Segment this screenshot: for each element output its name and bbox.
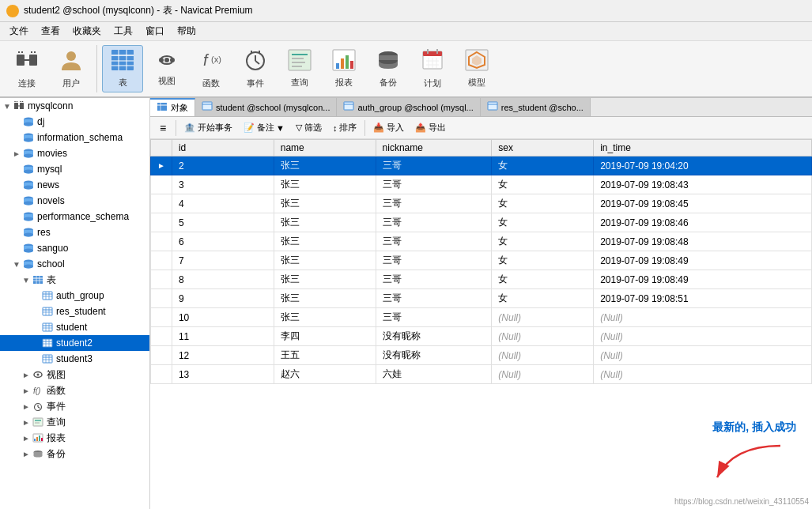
cell-sex-0: 女: [492, 156, 594, 175]
sidebar-item-reports_node[interactable]: ►报表: [0, 430, 149, 446]
tab-auth_group_tab[interactable]: auth_group @school (mysql...: [337, 98, 480, 117]
col-header-id[interactable]: id: [172, 140, 274, 156]
cell-sex-8: (Null): [492, 308, 594, 327]
tab-res_student_tab[interactable]: res_student @scho...: [481, 98, 591, 117]
sidebar-item-functions_node[interactable]: ►f()函数: [0, 383, 149, 398]
table-row[interactable]: ►2张三三哥女2019-07-09 19:04:20: [151, 156, 812, 175]
sidebar-item-information_schema[interactable]: information_schema: [0, 130, 149, 145]
sidebar-item-sanguo[interactable]: sanguo: [0, 240, 149, 256]
cell-in_time-1: 2019-07-09 19:08:43: [594, 175, 812, 194]
sidebar-item-views_node[interactable]: ►视图: [0, 367, 149, 383]
sidebar-item-res_student[interactable]: res_student: [0, 304, 149, 319]
tree-icon-reports_node: [32, 432, 44, 443]
svg-point-60: [24, 154, 33, 158]
col-header-nickname[interactable]: nickname: [376, 140, 492, 156]
toolbar-btn-table[interactable]: 表: [102, 45, 143, 92]
tree-text-information_schema: information_schema: [37, 132, 123, 143]
table-row[interactable]: 9张三三哥女2019-07-09 19:08:51: [151, 289, 812, 308]
menu-item-窗口[interactable]: 窗口: [139, 23, 171, 40]
arrow-icon: [701, 438, 796, 485]
cell-sex-6: 女: [492, 270, 594, 289]
table-row[interactable]: 10张三三哥(Null)(Null): [151, 308, 812, 327]
sidebar-item-dj[interactable]: dj: [0, 114, 149, 130]
toolbar-btn-event[interactable]: 事件: [235, 45, 276, 92]
object-toolbar: ≡ 🏦 开始事务 📝 备注 ▼ ▽ 筛选 ↕ 排序 📥 导入: [150, 117, 812, 139]
filter-button[interactable]: ▽ 筛选: [291, 119, 327, 137]
col-header-in_time[interactable]: in_time: [594, 140, 812, 156]
tree-text-tables_node: 表: [47, 273, 56, 287]
table-row[interactable]: 4张三三哥女2019-07-09 19:08:45: [151, 194, 812, 213]
col-header-name[interactable]: name: [274, 140, 376, 156]
view-toolbar-icon: [155, 51, 179, 74]
col-header-sex[interactable]: sex: [492, 140, 594, 156]
table-row[interactable]: 6张三三哥女2019-07-09 19:08:48: [151, 232, 812, 251]
menu-hamburger-button[interactable]: ≡: [153, 119, 172, 137]
tree-icon-queries_node: [32, 417, 44, 428]
toolbar-btn-schedule[interactable]: 计划: [412, 45, 453, 92]
user-toolbar-label: 用户: [62, 77, 80, 89]
tree-text-student3: student3: [56, 353, 93, 364]
sidebar-item-student2[interactable]: student2: [0, 335, 149, 351]
sidebar-item-mysql[interactable]: mysql: [0, 161, 149, 177]
model-toolbar-icon: [465, 49, 489, 75]
toolbar-btn-view[interactable]: 视图: [146, 47, 187, 90]
tree-text-views_node: 视图: [47, 368, 66, 382]
export-button[interactable]: 📤 导出: [410, 119, 451, 137]
toolbar-btn-query[interactable]: 查询: [279, 46, 320, 92]
toolbar-btn-backup[interactable]: 备份: [368, 46, 409, 92]
cell-name-11: 赵六: [274, 365, 376, 384]
sidebar-item-events_node[interactable]: ►事件: [0, 398, 149, 414]
import-button[interactable]: 📥 导入: [368, 119, 409, 137]
menu-item-收藏夹[interactable]: 收藏夹: [66, 23, 108, 40]
tree-text-mysql: mysql: [37, 164, 62, 175]
table-row[interactable]: 7张三三哥女2019-07-09 19:08:49: [151, 251, 812, 270]
table-row[interactable]: 8张三三哥女2019-07-09 19:08:49: [151, 270, 812, 289]
svg-point-72: [24, 249, 33, 253]
table-row[interactable]: 12王五没有昵称(Null)(Null): [151, 346, 812, 365]
sidebar-item-queries_node[interactable]: ►查询: [0, 414, 149, 430]
table-row[interactable]: 5张三三哥女2019-07-09 19:08:46: [151, 213, 812, 232]
note-button[interactable]: 📝 备注 ▼: [239, 119, 289, 137]
tab-student_tab[interactable]: student @school (mysqlcon...: [195, 98, 337, 117]
function-toolbar-label: 函数: [202, 77, 220, 89]
sidebar-item-performance_schema[interactable]: performance_schema: [0, 209, 149, 224]
tree-text-auth_group: auth_group: [56, 290, 104, 301]
tab-bar: 对象student @school (mysqlcon...auth_group…: [150, 98, 812, 117]
toolbar-btn-report[interactable]: 报表: [323, 46, 364, 92]
table-row[interactable]: 11李四没有昵称(Null)(Null): [151, 327, 812, 346]
sidebar-item-movies[interactable]: ►movies: [0, 145, 149, 161]
backup-toolbar-icon: [376, 49, 400, 75]
sidebar-item-res[interactable]: res: [0, 224, 149, 240]
sidebar-item-student3[interactable]: student3: [0, 351, 149, 367]
sidebar-item-student[interactable]: student: [0, 319, 149, 335]
sort-button[interactable]: ↕ 排序: [328, 119, 362, 137]
toolbar-btn-user[interactable]: 用户: [51, 45, 92, 92]
sidebar-item-backups_node[interactable]: ►备份: [0, 446, 149, 462]
menu-item-文件[interactable]: 文件: [3, 23, 35, 40]
sidebar-item-school[interactable]: ▼school: [0, 256, 149, 272]
svg-point-15: [164, 58, 169, 62]
sidebar-item-mysqlconn[interactable]: ▼mysqlconn: [0, 98, 149, 114]
sidebar-item-tables_node[interactable]: ▼表: [0, 272, 149, 288]
tree-text-student2: student2: [56, 337, 93, 349]
tab-objects[interactable]: 对象: [150, 98, 195, 117]
menu-item-帮助[interactable]: 帮助: [171, 23, 202, 40]
menu-item-工具[interactable]: 工具: [108, 23, 139, 40]
sidebar-item-auth_group[interactable]: auth_group: [0, 288, 149, 304]
begin-transaction-button[interactable]: 🏦 开始事务: [179, 119, 237, 137]
table-row[interactable]: 13赵六六娃(Null)(Null): [151, 365, 812, 384]
sidebar-item-novels[interactable]: novels: [0, 193, 149, 209]
tree-text-mysqlconn: mysqlconn: [28, 100, 73, 111]
tree-icon-student2: [41, 337, 54, 349]
cell-id-1: 3: [172, 175, 274, 194]
main-layout: ▼mysqlconndjinformation_schema►moviesmys…: [0, 98, 812, 509]
cell-name-8: 张三: [274, 308, 376, 327]
toolbar-btn-model[interactable]: 模型: [456, 46, 497, 92]
menu-item-查看[interactable]: 查看: [35, 23, 66, 40]
toolbar-btn-connect[interactable]: 连接: [6, 45, 47, 92]
toolbar-btn-function[interactable]: f (x) 函数: [191, 45, 232, 92]
table-row[interactable]: 3张三三哥女2019-07-09 19:08:43: [151, 175, 812, 194]
connect-toolbar-label: 连接: [18, 77, 36, 89]
sidebar-item-news[interactable]: news: [0, 177, 149, 193]
toolbar-separator2: [364, 120, 365, 136]
